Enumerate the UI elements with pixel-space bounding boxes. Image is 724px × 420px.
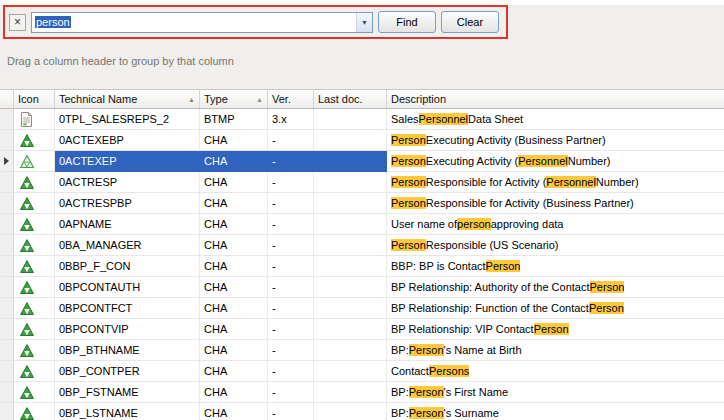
cell-last-doc[interactable] — [314, 361, 387, 382]
cell-version[interactable]: - — [268, 130, 314, 151]
cell-version[interactable]: - — [268, 298, 314, 319]
row-selector-cell[interactable] — [0, 298, 14, 319]
cell-technical-name[interactable]: 0BP_LSTNAME — [55, 403, 200, 420]
cell-type[interactable]: CHA — [200, 319, 268, 340]
cell-icon[interactable] — [14, 340, 55, 361]
cell-description[interactable]: User name of person approving data — [387, 214, 724, 235]
row-selector-cell[interactable] — [0, 235, 14, 256]
cell-description[interactable]: Contact Persons — [387, 361, 724, 382]
row-selector-cell[interactable] — [0, 151, 14, 172]
column-header-last-doc[interactable]: Last doc. — [314, 90, 387, 108]
cell-technical-name[interactable]: 0BA_MANAGER — [55, 235, 200, 256]
cell-type[interactable]: CHA — [200, 277, 268, 298]
cell-last-doc[interactable] — [314, 130, 387, 151]
column-header-type[interactable]: Type▲ — [200, 90, 268, 108]
table-row[interactable]: 0BP_LSTNAMECHA-BP: Person's Surname — [0, 403, 724, 420]
column-header-ver[interactable]: Ver. — [268, 90, 314, 108]
cell-description[interactable]: BBP: BP is Contact Person — [387, 256, 724, 277]
cell-description[interactable]: Sales Personnel Data Sheet — [387, 109, 724, 130]
cell-version[interactable]: - — [268, 382, 314, 403]
row-selector-cell[interactable] — [0, 172, 14, 193]
cell-version[interactable]: - — [268, 256, 314, 277]
cell-last-doc[interactable] — [314, 382, 387, 403]
cell-type[interactable]: BTMP — [200, 109, 268, 130]
row-selector-cell[interactable] — [0, 214, 14, 235]
cell-type[interactable]: CHA — [200, 340, 268, 361]
table-row[interactable]: 0BP_FSTNAMECHA-BP: Person's First Name — [0, 382, 724, 403]
cell-icon[interactable] — [14, 361, 55, 382]
cell-technical-name[interactable]: 0TPL_SALESREPS_2 — [55, 109, 200, 130]
clear-button[interactable]: Clear — [441, 11, 499, 33]
cell-icon[interactable] — [14, 256, 55, 277]
row-selector-cell[interactable] — [0, 277, 14, 298]
cell-icon[interactable] — [14, 130, 55, 151]
cell-icon[interactable] — [14, 319, 55, 340]
table-row[interactable]: 0BA_MANAGERCHA-Person Responsible (US Sc… — [0, 235, 724, 256]
table-row[interactable]: 0ACTRESPCHA-Person Responsible for Activ… — [0, 172, 724, 193]
table-row[interactable]: 0TPL_SALESREPS_2BTMP3.xSales Personnel D… — [0, 109, 724, 130]
cell-version[interactable]: 3.x — [268, 109, 314, 130]
table-row[interactable]: 0BBP_F_CONCHA-BBP: BP is Contact Person — [0, 256, 724, 277]
cell-technical-name[interactable]: 0ACTEXEBP — [55, 130, 200, 151]
row-selector-cell[interactable] — [0, 109, 14, 130]
cell-technical-name[interactable]: 0ACTEXEP — [55, 151, 200, 172]
cell-technical-name[interactable]: 0BP_FSTNAME — [55, 382, 200, 403]
cell-type[interactable]: CHA — [200, 214, 268, 235]
cell-technical-name[interactable]: 0BPCONTAUTH — [55, 277, 200, 298]
search-input[interactable]: person — [32, 13, 356, 32]
cell-description[interactable]: BP Relationship: Function of the Contact… — [387, 298, 724, 319]
cell-type[interactable]: CHA — [200, 256, 268, 277]
cell-description[interactable]: Person Executing Activity (Business Part… — [387, 130, 724, 151]
cell-version[interactable]: - — [268, 235, 314, 256]
cell-version[interactable]: - — [268, 340, 314, 361]
row-selector-cell[interactable] — [0, 319, 14, 340]
combo-dropdown-button[interactable]: ▼ — [356, 13, 372, 32]
cell-last-doc[interactable] — [314, 193, 387, 214]
table-row[interactable]: 0BPCONTAUTHCHA-BP Relationship: Authorit… — [0, 277, 724, 298]
table-row[interactable]: 0APNAMECHA-User name of person approving… — [0, 214, 724, 235]
column-header-technical-name[interactable]: Technical Name▲ — [55, 90, 200, 108]
cell-technical-name[interactable]: 0ACTRESP — [55, 172, 200, 193]
table-row[interactable]: 0ACTRESPBPCHA-Person Responsible for Act… — [0, 193, 724, 214]
table-row[interactable]: 0BPCONTVIPCHA-BP Relationship: VIP Conta… — [0, 319, 724, 340]
row-selector-cell[interactable] — [0, 256, 14, 277]
cell-last-doc[interactable] — [314, 214, 387, 235]
cell-icon[interactable] — [14, 172, 55, 193]
cell-icon[interactable] — [14, 109, 55, 130]
cell-version[interactable]: - — [268, 277, 314, 298]
cell-last-doc[interactable] — [314, 109, 387, 130]
cell-description[interactable]: BP: Person's Surname — [387, 403, 724, 420]
cell-technical-name[interactable]: 0ACTRESPBP — [55, 193, 200, 214]
cell-type[interactable]: CHA — [200, 403, 268, 420]
cell-last-doc[interactable] — [314, 151, 387, 172]
cell-description[interactable]: Person Responsible for Activity (Busines… — [387, 193, 724, 214]
cell-technical-name[interactable]: 0BP_CONTPER — [55, 361, 200, 382]
cell-last-doc[interactable] — [314, 298, 387, 319]
table-row[interactable]: 0BP_CONTPERCHA-Contact Persons — [0, 361, 724, 382]
cell-icon[interactable] — [14, 151, 55, 172]
cell-technical-name[interactable]: 0BPCONTVIP — [55, 319, 200, 340]
cell-icon[interactable] — [14, 193, 55, 214]
cell-last-doc[interactable] — [314, 340, 387, 361]
cell-type[interactable]: CHA — [200, 382, 268, 403]
column-header-icon[interactable]: Icon — [14, 90, 55, 108]
row-selector-cell[interactable] — [0, 340, 14, 361]
row-selector-cell[interactable] — [0, 361, 14, 382]
cell-icon[interactable] — [14, 382, 55, 403]
cell-type[interactable]: CHA — [200, 130, 268, 151]
row-selector-cell[interactable] — [0, 130, 14, 151]
cell-version[interactable]: - — [268, 214, 314, 235]
cell-version[interactable]: - — [268, 151, 314, 172]
cell-icon[interactable] — [14, 298, 55, 319]
cell-icon[interactable] — [14, 277, 55, 298]
column-header-description[interactable]: Description — [387, 90, 724, 108]
cell-last-doc[interactable] — [314, 235, 387, 256]
cell-type[interactable]: CHA — [200, 193, 268, 214]
cell-type[interactable]: CHA — [200, 235, 268, 256]
cell-version[interactable]: - — [268, 193, 314, 214]
cell-version[interactable]: - — [268, 319, 314, 340]
cell-last-doc[interactable] — [314, 172, 387, 193]
find-button[interactable]: Find — [378, 11, 436, 33]
cell-version[interactable]: - — [268, 403, 314, 420]
cell-type[interactable]: CHA — [200, 172, 268, 193]
